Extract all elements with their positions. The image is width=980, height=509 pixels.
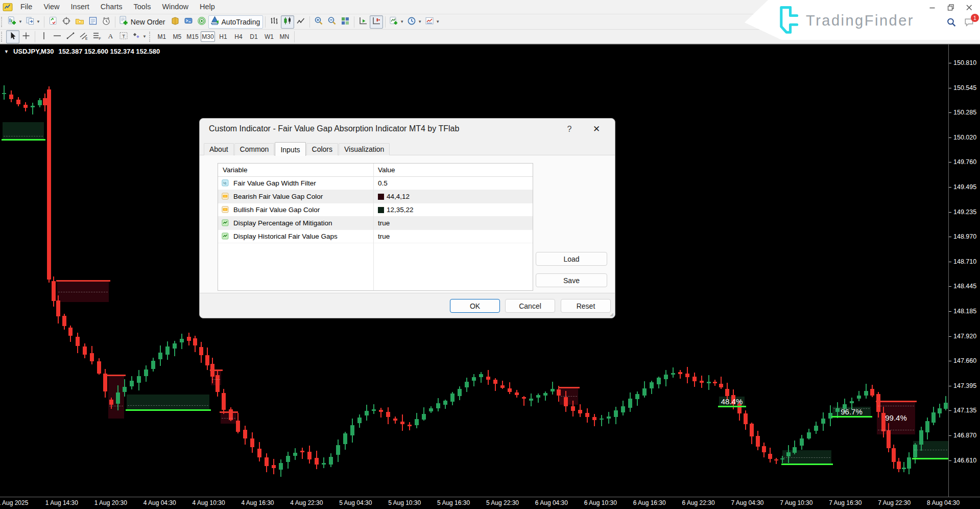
timeframe-m15[interactable]: M15 <box>185 31 200 42</box>
cursor-button[interactable] <box>6 30 19 43</box>
toolbar-grip[interactable] <box>1 17 5 27</box>
row-value-cell[interactable]: true <box>373 233 390 240</box>
row-value: true <box>378 219 390 227</box>
toolbar-separator <box>44 16 44 28</box>
load-button[interactable]: Load <box>536 252 607 266</box>
textbox-button[interactable]: T <box>117 30 130 43</box>
dropdown-caret-icon[interactable]: ▼ <box>400 20 404 24</box>
fibo-button[interactable]: F <box>90 30 104 43</box>
timeframe-m5[interactable]: M5 <box>170 31 184 42</box>
autotrading-button[interactable]: AutoTrading <box>208 15 264 29</box>
menu-item-window[interactable]: Window <box>156 0 194 14</box>
ok-button[interactable]: OK <box>450 299 500 313</box>
row-value-cell[interactable]: 0.5 <box>373 179 388 187</box>
data-window-button[interactable] <box>86 15 100 29</box>
autoscroll-button[interactable] <box>356 15 370 29</box>
timeframe-w1[interactable]: W1 <box>262 31 276 42</box>
timeframe-m30[interactable]: M30 <box>201 31 215 42</box>
row-value-cell[interactable]: true <box>373 219 390 227</box>
table-row[interactable]: Bearish Fair Value Gap Color44,4,12 <box>218 190 533 203</box>
dropdown-caret-icon[interactable]: ▼ <box>18 20 22 24</box>
timeframe-mn[interactable]: MN <box>277 31 292 42</box>
timeframe-h4[interactable]: H4 <box>231 31 246 42</box>
template-button[interactable]: ▼ <box>423 15 441 29</box>
time-axis[interactable]: 1 Aug 20251 Aug 14:301 Aug 20:304 Aug 04… <box>0 497 980 509</box>
search-icon[interactable] <box>946 17 957 30</box>
table-row[interactable]: ½Fair Value Gap Width Filter0.5 <box>218 177 533 190</box>
menu-item-charts[interactable]: Charts <box>95 0 128 14</box>
bars-button[interactable] <box>268 15 281 29</box>
tab-visualization[interactable]: Visualization <box>339 143 390 155</box>
tab-colors[interactable]: Colors <box>306 143 338 155</box>
tab-common[interactable]: Common <box>234 143 275 155</box>
svg-text:F: F <box>99 36 101 40</box>
indicators-button[interactable]: ▼ <box>388 15 405 29</box>
toolbar-grip[interactable] <box>149 32 153 42</box>
crosshair-button[interactable] <box>19 30 33 43</box>
shift-button[interactable] <box>370 15 383 29</box>
hline-button[interactable] <box>51 30 64 43</box>
table-row[interactable]: Display Percentage of Mitigationtrue <box>218 217 533 230</box>
cancel-button[interactable]: Cancel <box>505 299 555 313</box>
dropdown-caret-icon[interactable]: ▼ <box>142 35 147 39</box>
vline-button[interactable] <box>37 30 51 43</box>
symbols-button[interactable] <box>46 15 60 29</box>
hline-icon <box>53 31 62 42</box>
dropdown-caret-icon[interactable]: ▼ <box>418 20 422 24</box>
dialog-resize-grip[interactable]: ◢ <box>610 312 613 317</box>
favorites-button[interactable] <box>73 15 86 29</box>
candles-button[interactable] <box>281 15 294 29</box>
new-order-button[interactable]: New Order <box>117 15 169 29</box>
menu-item-help[interactable]: Help <box>194 0 221 14</box>
toolbar-grip[interactable] <box>1 32 5 42</box>
timeframe-h1[interactable]: H1 <box>216 31 230 42</box>
color-swatch <box>378 207 384 213</box>
target-button[interactable] <box>60 15 73 29</box>
toolbar-separator <box>354 16 354 28</box>
color-type-icon <box>222 206 230 214</box>
restore-button[interactable] <box>946 3 955 12</box>
tab-about[interactable]: About <box>204 143 234 155</box>
minimize-button[interactable] <box>928 3 937 12</box>
dropdown-caret-icon[interactable]: ▼ <box>436 20 440 24</box>
new-chart-button[interactable]: ▼ <box>6 15 24 29</box>
row-value-cell[interactable]: 44,4,12 <box>373 193 410 200</box>
shapes-button[interactable]: ▼ <box>130 30 148 43</box>
chat-icon[interactable]: 1 <box>964 17 975 30</box>
symbol-dropdown-icon[interactable]: ▼ <box>4 49 9 54</box>
menu-item-insert[interactable]: Insert <box>65 0 95 14</box>
time-label: 5 Aug 04:30 <box>339 499 372 506</box>
line-chart-button[interactable] <box>294 15 307 29</box>
close-button[interactable] <box>965 3 974 12</box>
dialog-close-button[interactable]: ✕ <box>586 123 607 136</box>
tiles-button[interactable] <box>339 15 352 29</box>
reset-button[interactable]: Reset <box>561 299 611 313</box>
price-label: 147.920 <box>953 333 976 340</box>
trendline-button[interactable] <box>64 30 77 43</box>
dropdown-caret-icon[interactable]: ▼ <box>36 20 40 24</box>
price-scale[interactable]: 150.810150.545150.285150.020149.760149.4… <box>948 44 980 497</box>
terminal-button[interactable] <box>182 15 195 29</box>
timeframe-d1[interactable]: D1 <box>247 31 261 42</box>
zoom-in-button[interactable] <box>312 15 325 29</box>
zoom-out-button[interactable] <box>325 15 339 29</box>
row-value-cell[interactable]: 12,35,22 <box>373 206 414 214</box>
table-row[interactable]: Bullish Fair Value Gap Color12,35,22 <box>218 203 533 217</box>
menu-item-file[interactable]: File <box>15 0 38 14</box>
save-button[interactable]: Save <box>536 273 607 287</box>
menu-item-tools[interactable]: Tools <box>128 0 157 14</box>
price-tick <box>949 336 951 337</box>
alarm-button[interactable] <box>100 15 113 29</box>
dialog-help-button[interactable]: ? <box>561 123 578 136</box>
timeframe-m1[interactable]: M1 <box>155 31 169 42</box>
text-button[interactable]: A <box>104 30 117 43</box>
menu-item-view[interactable]: View <box>38 0 65 14</box>
channel-button[interactable]: E <box>77 30 90 43</box>
alarm-icon <box>102 16 111 28</box>
period-button[interactable]: ▼ <box>405 15 423 29</box>
profiles-button[interactable]: ▼ <box>24 15 42 29</box>
signals-button[interactable] <box>195 15 208 29</box>
book-button[interactable] <box>169 15 182 29</box>
tab-inputs[interactable]: Inputs <box>275 142 305 156</box>
table-row[interactable]: Display Historical Fair Value Gapstrue <box>218 230 533 243</box>
